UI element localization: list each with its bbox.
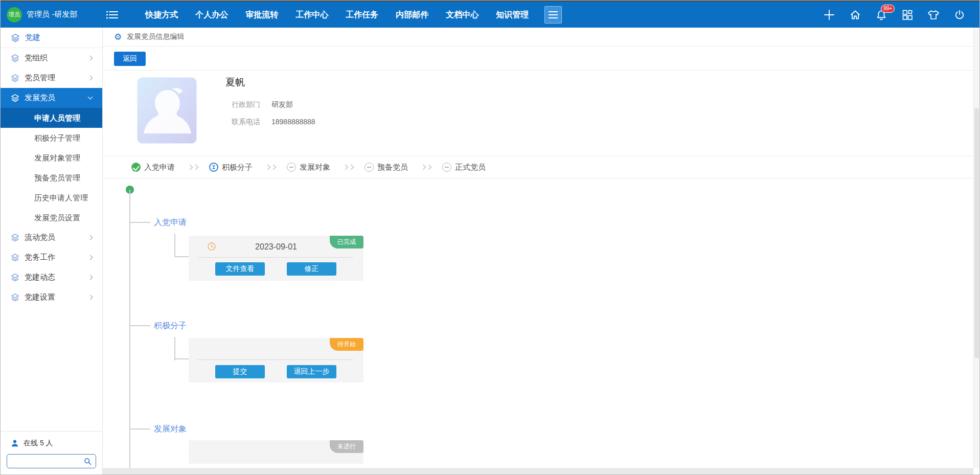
timeline-trunk-line [129,190,130,468]
user-label: 管理员 -研发部 [27,10,77,19]
dash-circle-icon [287,163,296,172]
branch-line [130,325,150,326]
step-development-target[interactable]: 发展对象 [287,163,330,172]
sidebar-item-develop-members[interactable]: 发展党员 [1,88,102,108]
chevron-right-icon [88,76,93,81]
sidebar-subitem-applicant-mgmt[interactable]: 申请人员管理 [1,108,102,128]
sidebar-item-party-org[interactable]: 党组织 [1,48,102,68]
stage-card-application: 已完成 2023-09-01 文件查看 修正 [189,236,363,281]
home-icon[interactable] [849,8,862,21]
nav-item-internal-mail[interactable]: 内部邮件 [387,2,437,28]
connector-line [174,256,189,257]
membership-stepper: 入党申请 积极分子 发展对象 预备党员 正式党员 [103,156,973,178]
step-separator-icon [266,165,276,169]
notifications-bell-icon[interactable]: 99+ [875,8,888,21]
layers-icon [11,233,19,242]
submit-button[interactable]: 提交 [215,365,265,378]
profile-field-department: 行政部门 研发部 [232,100,293,109]
stage-title-activist[interactable]: 积极分子 [154,321,187,331]
check-circle-icon [131,163,141,172]
chevron-right-icon [88,275,93,280]
sidebar-search-input[interactable] [11,458,84,465]
step-label: 正式党员 [455,163,486,172]
sidebar-item-party-work[interactable]: 党务工作 [1,247,102,267]
sidebar-item-party-settings[interactable]: 党建设置 [1,287,102,307]
return-previous-step-button[interactable]: 退回上一步 [287,365,336,378]
user-avatar[interactable]: 理员 [7,7,22,22]
online-users: 在线 5 人 [7,439,96,448]
menu-fold-icon[interactable] [106,9,119,20]
sidebar-item-label: 党组织 [25,53,48,63]
chevron-right-icon [88,235,93,240]
field-label: 联系电话 [232,118,260,127]
gear-icon: ⚙ [114,33,122,41]
add-icon[interactable] [823,8,836,21]
view-file-button[interactable]: 文件查看 [215,262,265,276]
vertical-scrollbar-thumb[interactable] [974,108,979,358]
sidebar-item-mobile-members[interactable]: 流动党员 [1,228,102,247]
logout-power-icon[interactable] [953,8,966,21]
theme-shirt-icon[interactable] [927,8,940,21]
nav-item-knowledge[interactable]: 知识管理 [487,2,537,28]
step-activist[interactable]: 积极分子 [209,163,253,172]
sidebar-item-member-mgmt[interactable]: 党员管理 [1,68,102,88]
chevron-right-icon [88,295,93,300]
connector-line [174,358,189,359]
step-separator-icon [421,165,431,169]
more-menus-button[interactable] [544,6,562,24]
step-label: 入党申请 [144,163,175,172]
chevron-right-icon [88,255,93,260]
sidebar-subitem-probationary-mgmt[interactable]: 预备党员管理 [1,168,102,188]
date-field[interactable] [189,338,363,359]
branch-line [130,222,150,223]
hourglass-circle-icon [209,163,218,172]
vertical-scrollbar[interactable] [973,28,979,468]
sidebar-item-label: 流动党员 [25,233,55,242]
sidebar-item-label: 党建动态 [25,273,55,282]
nav-item-work-center[interactable]: 工作中心 [287,2,337,28]
connector-line [174,234,175,257]
nav-item-approval-flow[interactable]: 审批流转 [237,2,287,28]
stage-title-application[interactable]: 入党申请 [154,217,187,228]
step-application[interactable]: 入党申请 [131,163,175,172]
chevron-down-icon [88,95,93,100]
step-full-member[interactable]: 正式党员 [442,163,486,172]
main-nav: 快捷方式 个人办公 审批流转 工作中心 工作任务 内部邮件 文档中心 知识管理 [136,2,537,28]
horizontal-scrollbar[interactable] [103,468,973,474]
field-value: 18988888888 [271,118,315,127]
connector-line [174,337,175,360]
nav-item-work-tasks[interactable]: 工作任务 [337,2,387,28]
member-name: 夏帆 [225,76,245,89]
layers-icon [11,54,19,62]
sidebar-subitem-history-applicant-mgmt[interactable]: 历史申请人管理 [1,188,102,208]
revise-button[interactable]: 修正 [287,262,336,276]
sidebar-item-label: 党员管理 [25,73,55,83]
sidebar-subitem-develop-settings[interactable]: 发展党员设置 [1,208,102,228]
person-silhouette-icon [138,78,197,144]
app-window: 理员 管理员 -研发部 快捷方式 个人办公 审批流转 工作中心 工作任务 内部邮… [0,0,980,475]
nav-item-shortcuts[interactable]: 快捷方式 [136,2,187,28]
sidebar-subitem-target-mgmt[interactable]: 发展对象管理 [1,148,102,168]
chevron-right-icon [88,56,93,61]
apps-grid-icon[interactable] [901,8,914,21]
field-label: 行政部门 [232,100,260,109]
layers-icon [11,94,19,102]
sidebar: 党建 党组织 党员管理 发展党员 申请人员管理 积极分子管理 发展对象管理 预备… [1,28,103,474]
stage-title-development-target[interactable]: 发展对象 [154,424,187,435]
sidebar-subitem-activist-mgmt[interactable]: 积极分子管理 [1,128,102,148]
nav-item-personal-office[interactable]: 个人办公 [187,2,237,28]
profile-avatar [137,77,197,144]
sidebar-item-party-news[interactable]: 党建动态 [1,267,102,287]
toolbar: 返回 [103,47,973,71]
step-label: 发展对象 [300,163,330,172]
back-button[interactable]: 返回 [114,52,146,66]
sidebar-item-label: 党建设置 [25,292,55,302]
date-field[interactable]: 2023-09-01 [189,236,363,257]
search-icon[interactable] [84,458,92,465]
step-probationary[interactable]: 预备党员 [364,163,408,172]
nav-item-document-center[interactable]: 文档中心 [437,2,487,28]
card-divider [197,257,353,258]
user-menu[interactable]: 理员 管理员 -研发部 [7,7,77,22]
topbar-icons: 99+ [823,8,966,21]
step-separator-icon [188,165,198,169]
